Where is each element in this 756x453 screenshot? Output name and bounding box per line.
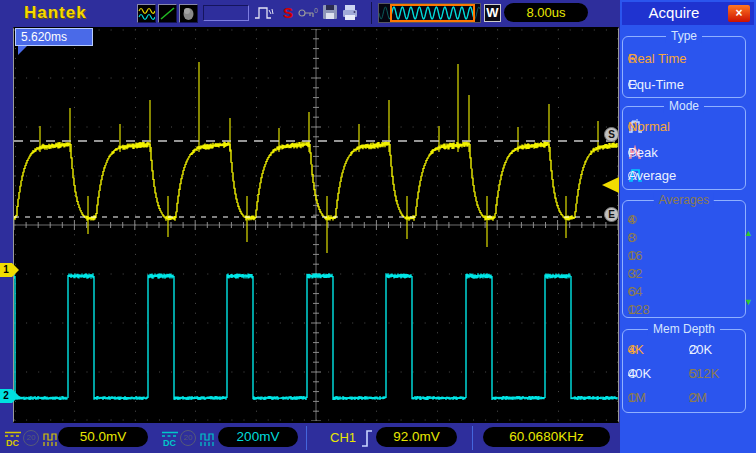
ch2-probe-wave-icon[interactable] xyxy=(200,433,217,447)
ch1-bw-limit-icon[interactable]: 20 xyxy=(23,430,39,446)
trigger-source-label: CH1 xyxy=(330,430,356,445)
ch2-coupling-label: DC xyxy=(163,438,176,448)
radio-label: 4 xyxy=(628,212,635,227)
dual-wave-icon xyxy=(138,5,155,22)
readout-box xyxy=(203,5,249,21)
averages-group-label: Averages xyxy=(654,193,714,207)
trigger-level-readout[interactable]: 92.0mV xyxy=(376,427,457,447)
mem-depth-group: Mem Depth 4K 20K 40K 512K 1M xyxy=(622,329,746,413)
key-zero-badge: 0 xyxy=(314,7,318,14)
ch2-bw-limit-icon[interactable]: 20 xyxy=(180,430,196,446)
single-trigger-button[interactable]: S xyxy=(283,4,293,21)
toolbar-separator xyxy=(371,2,372,24)
gray-blob-icon xyxy=(180,5,197,22)
radio-label: Equ-Time xyxy=(628,77,684,92)
scroll-up-arrow[interactable]: ▲ xyxy=(744,228,756,238)
ch2-volts-div-readout[interactable]: 200mV xyxy=(218,427,298,447)
rising-edge-icon xyxy=(360,427,374,449)
frequency-counter-readout: 60.0680KHz xyxy=(483,427,610,447)
ch1-dc-coupling-icon[interactable]: DC xyxy=(4,431,22,448)
statusbar-separator xyxy=(472,426,473,450)
radio-label: Peak xyxy=(628,145,658,160)
type-group: Type Real Time Equ-Time xyxy=(622,36,746,98)
ch1-coupling-label: DC xyxy=(6,438,19,448)
radio-label: 20K xyxy=(689,342,712,357)
averages-group: Averages 4 8 16 32 64 xyxy=(622,200,746,318)
radio-label: 128 xyxy=(628,302,650,317)
cursor-start-marker[interactable]: S xyxy=(604,127,619,142)
radio-label: 512K xyxy=(689,366,719,381)
close-button[interactable]: × xyxy=(728,5,750,22)
radio-label: 40K xyxy=(628,366,651,381)
hantek-logo: Hantek xyxy=(24,3,87,23)
ch1-position-marker[interactable]: 1 xyxy=(0,263,12,277)
mode-group-label: Mode xyxy=(664,99,704,113)
radio-label: 1M xyxy=(628,390,646,405)
trigger-level-arrow[interactable] xyxy=(602,177,619,193)
acquire-panel: Acquire × Type Real Time Equ-Time Mode xyxy=(620,0,756,453)
timebase-readout: 8.00us xyxy=(504,3,588,22)
radio-label: 16 xyxy=(628,248,642,263)
scroll-down-arrow[interactable]: ▼ xyxy=(744,297,756,307)
channels-waveform-icon[interactable] xyxy=(137,4,156,23)
display-window-selector[interactable] xyxy=(390,4,475,22)
ch2-dc-coupling-icon[interactable]: DC xyxy=(161,431,179,448)
print-icon[interactable] xyxy=(341,4,359,21)
scope-graticule-and-traces xyxy=(14,29,618,421)
cursor-end-marker[interactable]: E xyxy=(604,207,619,222)
mem-depth-group-label: Mem Depth xyxy=(648,322,720,336)
radio-label: 64 xyxy=(628,284,642,299)
scope-display xyxy=(13,27,619,423)
radio-label: 4K xyxy=(628,342,644,357)
oscilloscope-window: Hantek S 0 xyxy=(0,0,756,453)
statusbar-separator xyxy=(306,426,307,450)
tooltip-pointer xyxy=(18,46,27,55)
cursor-line-icon[interactable] xyxy=(158,4,177,23)
memory-pan-strip[interactable] xyxy=(378,3,481,23)
save-icon[interactable] xyxy=(322,4,338,20)
hand-tool-icon[interactable] xyxy=(179,4,198,23)
mode-group: Mode Normal Peak xyxy=(622,106,746,190)
radio-label: Real Time xyxy=(628,51,687,66)
ch1-volts-div-readout[interactable]: 50.0mV xyxy=(58,427,148,447)
radio-label: Average xyxy=(628,168,676,183)
single-pulse-icon[interactable] xyxy=(254,4,278,22)
radio-label: 2M xyxy=(689,390,707,405)
radio-label: 32 xyxy=(628,266,642,281)
diagonal-line-icon xyxy=(159,5,176,22)
horizontal-offset-tooltip[interactable]: 5.620ms xyxy=(15,28,93,46)
type-group-label: Type xyxy=(666,29,702,43)
radio-label: Normal xyxy=(628,119,670,134)
status-bar: DC 20 50.0mV DC 20 200mV CH1 92.0mV 60.0… xyxy=(0,424,620,453)
window-mode-button[interactable]: W xyxy=(484,4,501,22)
panel-header: Acquire × xyxy=(622,2,754,25)
panel-title: Acquire xyxy=(622,4,726,21)
key-lock-icon[interactable]: 0 xyxy=(298,6,320,20)
radio-label: 8 xyxy=(628,230,635,245)
ch2-position-marker[interactable]: 2 xyxy=(0,389,12,403)
